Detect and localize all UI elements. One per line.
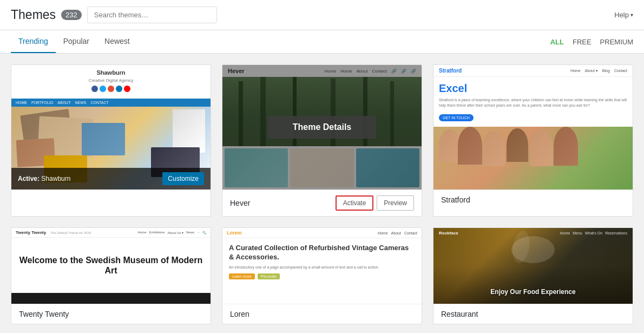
stratford-footer: Stratford <box>433 190 633 210</box>
loren-body: An introductory one of a page accompanie… <box>229 265 415 270</box>
shawburn-header: Shawburn Creative Digital Agency <box>11 65 211 99</box>
stratford-heading: Excel <box>439 82 627 95</box>
theme-card-loren: Lorem Home About Contact A Curated Colle… <box>222 227 422 324</box>
customize-button[interactable]: Customize <box>162 172 204 185</box>
top-bar: Themes 232 Help ▾ <box>0 0 644 30</box>
theme-card-restaurant: Rockface Home Menu What's On Reservation… <box>433 227 633 324</box>
tt-subtitle: The Default Theme for 2020 <box>50 231 91 234</box>
tt-content: Welcome to the Swedish Museum of Modern … <box>11 238 211 293</box>
stratford-header: Stratford Home About ▾ Blog Contact <box>433 65 633 77</box>
stratford-cta: GET IN TOUCH <box>439 114 474 121</box>
theme-card-stratford: Stratford Home About ▾ Blog Contact Exce… <box>433 64 633 217</box>
help-label: Help <box>614 11 629 19</box>
theme-details-overlay: Theme Details <box>222 65 422 190</box>
linkedin-icon <box>116 86 122 92</box>
stratford-body-text: Stratford is a place of teaching excelle… <box>439 97 627 108</box>
filter-all[interactable]: ALL <box>550 38 564 46</box>
restaurant-inner: Rockface Home Menu What's On Reservation… <box>433 228 633 304</box>
stratford-preview: Stratford Home About ▾ Blog Contact Exce… <box>433 65 633 190</box>
hever-footer: Hever Activate Preview <box>222 190 422 216</box>
loren-inner: Lorem Home About Contact A Curated Colle… <box>222 228 422 304</box>
stratford-image <box>433 127 633 190</box>
tt-header: Twenty Twenty The Default Theme for 2020… <box>11 228 211 238</box>
restaurant-logo: Rockface <box>439 231 458 236</box>
tt-heading: Welcome to the Swedish Museum of Modern … <box>18 255 204 276</box>
theme-count-badge: 232 <box>61 10 82 20</box>
shawburn-social-icons <box>18 86 204 92</box>
loren-name: Loren <box>230 310 249 318</box>
hever-preview-button[interactable]: Preview <box>377 195 414 211</box>
twenty-twenty-inner: Twenty Twenty The Default Theme for 2020… <box>11 228 211 304</box>
stratford-name: Stratford <box>441 195 470 204</box>
googleplus-icon <box>108 86 114 92</box>
facebook-icon <box>91 86 98 92</box>
shawburn-active-overlay: Active: Shawburn Customize <box>11 168 211 190</box>
tab-popular[interactable]: Popular <box>56 30 97 53</box>
loren-buttons: Learn more Pre-order <box>229 273 415 279</box>
search-input[interactable] <box>87 6 217 23</box>
loren-logo: Lorem <box>227 230 242 236</box>
chevron-down-icon: ▾ <box>630 12 633 18</box>
youtube-icon <box>124 86 130 92</box>
filter-premium[interactable]: PREMIUM <box>600 38 633 46</box>
nav-tabs-right: ALL FREE PREMIUM <box>550 38 633 46</box>
loren-heading: A Curated Collection of Refurbished Vint… <box>229 244 415 262</box>
filter-free[interactable]: FREE <box>573 38 592 46</box>
loren-pre-order: Pre-order <box>258 273 280 279</box>
theme-card-twenty-twenty: Twenty Twenty The Default Theme for 2020… <box>11 227 211 324</box>
stratford-nav: Home About ▾ Blog Contact <box>570 69 627 73</box>
shawburn-title: Shawburn <box>18 69 204 76</box>
top-bar-left: Themes 232 <box>11 6 217 23</box>
tab-newest[interactable]: Newest <box>97 30 137 53</box>
hever-activate-button[interactable]: Activate <box>336 195 374 211</box>
help-button[interactable]: Help ▾ <box>614 11 633 19</box>
restaurant-header: Rockface Home Menu What's On Reservation… <box>433 228 633 238</box>
theme-details-button[interactable]: Theme Details <box>268 116 376 139</box>
hever-preview: Hever Home Home About Contact 🔗 🔗 🔗 Heve… <box>222 65 422 190</box>
tab-trending[interactable]: Trending <box>11 30 56 53</box>
active-theme-label: Active: Shawburn <box>18 175 70 182</box>
theme-card-hever: Hever Home Home About Contact 🔗 🔗 🔗 Heve… <box>222 64 422 217</box>
loren-content: A Curated Collection of Refurbished Vint… <box>222 238 422 285</box>
page-title: Themes <box>11 8 56 22</box>
twenty-twenty-preview: Twenty Twenty The Default Theme for 2020… <box>11 228 211 304</box>
loren-header: Lorem Home About Contact <box>222 228 422 238</box>
stratford-content: Excel Stratford is a place of teaching e… <box>433 77 633 127</box>
stratford-logo: Stratford <box>439 68 462 74</box>
stratford-kids-photo <box>433 127 633 190</box>
loren-preview: Lorem Home About Contact A Curated Colle… <box>222 228 422 304</box>
twenty-twenty-name: Twenty Twenty <box>19 310 69 318</box>
tt-logo: Twenty Twenty <box>16 230 46 235</box>
theme-card-shawburn: Shawburn Creative Digital Agency HOME PO… <box>11 64 211 217</box>
twitter-icon <box>100 86 106 92</box>
restaurant-hero-text: Enjoy Our Food Experience <box>433 288 633 296</box>
shawburn-preview: Shawburn Creative Digital Agency HOME PO… <box>11 65 211 190</box>
restaurant-nav: Home Menu What's On Reservations <box>560 231 627 235</box>
restaurant-preview: Rockface Home Menu What's On Reservation… <box>433 228 633 304</box>
loren-learn-more: Learn more <box>229 273 255 279</box>
restaurant-footer: Restaurant <box>433 304 633 324</box>
tt-nav: Home Exhibitions About Us ▾ News ··· 🔍 <box>138 231 206 234</box>
shawburn-nav: HOME PORTFOLIO ABOUT NEWS CONTACT <box>11 99 211 107</box>
hever-name: Hever <box>230 199 250 207</box>
tt-dark-bar <box>11 293 211 304</box>
loren-footer: Loren <box>222 304 422 324</box>
shawburn-subtitle: Creative Digital Agency <box>18 78 204 83</box>
hever-actions: Activate Preview <box>336 195 414 211</box>
themes-grid: Shawburn Creative Digital Agency HOME PO… <box>0 54 644 333</box>
twenty-twenty-footer: Twenty Twenty <box>11 304 211 324</box>
loren-nav: Home About Contact <box>378 231 417 235</box>
nav-tabs-left: Trending Popular Newest <box>11 30 137 53</box>
nav-tabs: Trending Popular Newest ALL FREE PREMIUM <box>0 30 644 54</box>
restaurant-name: Restaurant <box>441 310 478 318</box>
